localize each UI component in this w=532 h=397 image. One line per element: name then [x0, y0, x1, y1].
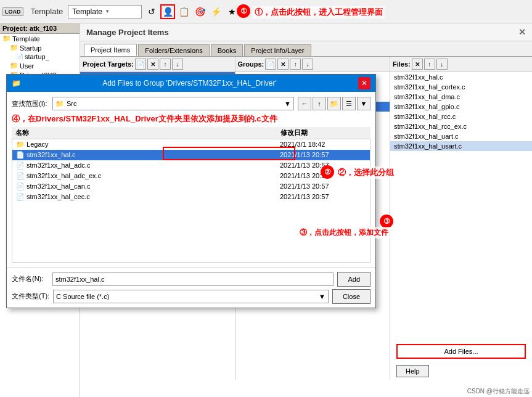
sidebar-item-startup-s[interactable]: 📄 startup_ — [0, 52, 80, 61]
filetype-dropdown[interactable]: C Source file (*.c) ▼ — [53, 290, 329, 303]
files-label: Files: — [393, 60, 411, 68]
view-btn[interactable]: ☰ — [342, 97, 356, 110]
star-icon[interactable]: ★ — [224, 4, 239, 19]
help-btn-area: Help — [390, 362, 532, 380]
add-button[interactable]: Add — [337, 272, 370, 287]
targets-up-btn[interactable]: ↑ — [160, 59, 171, 70]
dialog-titlebar-icon: 📁 — [12, 79, 21, 88]
details-btn[interactable]: ▼ — [357, 97, 370, 110]
file-item-2[interactable]: stm32f1xx_hal_dma.c — [390, 92, 532, 102]
new-folder-btn[interactable]: 📁 — [327, 97, 341, 110]
groups-delete-btn[interactable]: ✕ — [277, 59, 289, 70]
file-row-can[interactable]: 📄 stm32f1xx_hal_can.c 2021/1/13 20:57 — [12, 181, 370, 192]
folder-icon-user: 📁 — [10, 62, 18, 70]
file-icon-adc-ex: 📄 stm32f1xx_hal_adc_ex.c — [16, 172, 280, 180]
up-btn[interactable]: ↑ — [313, 97, 326, 110]
file-item-1[interactable]: stm32f1xx_hal_cortex.c — [390, 82, 532, 92]
manage-title: Manage Project Items — [86, 28, 169, 37]
file-row-adc[interactable]: 📄 stm32f1xx_hal_adc.c 2021/1/13 20:57 — [12, 160, 370, 171]
annotation-text-4: ④，在Drivers/STM32F1xx_HAL_Driver文件夹里依次添加提… — [12, 114, 370, 125]
hal-date: 2021/1/13 20:57 — [280, 151, 366, 158]
copy-icon[interactable]: 📋 — [176, 4, 191, 19]
folder-icon: 📁 — [2, 35, 11, 43]
files-delete-btn[interactable]: ✕ — [412, 59, 423, 70]
sidebar-item-startup[interactable]: 📁 Startup — [0, 43, 80, 52]
close-button[interactable]: Close — [332, 289, 370, 304]
date-col-header: 修改日期 — [280, 128, 367, 137]
targets-delete-btn[interactable]: ✕ — [147, 59, 158, 70]
name-col-header: 名称 — [15, 128, 280, 137]
manage-project-icon[interactable]: 👤 — [160, 4, 175, 19]
sidebar-item-template[interactable]: 📁 Template — [0, 34, 80, 43]
legacy-date: 2021/3/1 18:42 — [280, 141, 366, 148]
groups-down-btn[interactable]: ↓ — [302, 59, 313, 70]
file-row-legacy[interactable]: 📁 Legacy 2021/3/1 18:42 — [12, 139, 370, 150]
targets-new-btn[interactable]: 📄 — [135, 59, 146, 70]
files-up-btn[interactable]: ↑ — [424, 59, 435, 70]
groups-up-btn[interactable]: ↑ — [290, 59, 301, 70]
file-row-hal[interactable]: 📄 stm32f1xx_hal.c 2021/1/13 20:57 — [12, 150, 370, 160]
file-icon-cec: 📄 stm32f1xx_hal_cec.c — [16, 193, 280, 201]
sidebar-label-startup-s: startup_ — [25, 53, 49, 60]
look-in-dropdown[interactable]: 📁 Src ▼ — [52, 97, 294, 110]
file-icon-startup-s: 📄 — [16, 54, 23, 60]
adc-ex-date: 2021/1/13 20:57 — [280, 172, 366, 179]
file-row-adc-ex[interactable]: 📄 stm32f1xx_hal_adc_ex.c 2021/1/13 20:57 — [12, 171, 370, 181]
file-list-header: 名称 修改日期 — [12, 127, 370, 139]
look-in-row: 查找范围(I): 📁 Src ▼ ← ↑ 📁 ☰ ▼ — [12, 97, 370, 110]
file-item-3[interactable]: stm32f1xx_hal_gpio.c — [390, 102, 532, 112]
file-icon-can: 📄 stm32f1xx_hal_can.c — [16, 182, 280, 190]
annotation-text-1: ①，点击此按钮，进入工程管理界面 — [253, 6, 385, 18]
file-item-0[interactable]: stm32f1xx_hal.c — [390, 72, 532, 82]
file-icon-adc: 📄 stm32f1xx_hal_adc.c — [16, 162, 280, 170]
filetype-row: 文件类型(T): C Source file (*.c) ▼ Close — [12, 289, 370, 304]
filename-input[interactable] — [52, 272, 334, 286]
add-files-dialog: 📁 Add Files to Group 'Drivers/STM32F1xx_… — [6, 74, 376, 308]
file-item-6[interactable]: stm32f1xx_hal_uart.c — [390, 131, 532, 141]
file-icon-hal: 📄 stm32f1xx_hal.c — [16, 151, 280, 159]
flash-icon[interactable]: ⚡ — [208, 4, 223, 19]
add-files-btn-area: Add Files... — [390, 340, 532, 362]
filetype-label: 文件类型(T): — [12, 292, 49, 301]
cec-date: 2021/1/13 20:57 — [280, 193, 366, 200]
target-icon[interactable]: 🎯 — [192, 4, 207, 19]
project-dropdown[interactable]: Template ▼ — [68, 5, 142, 18]
targets-label: Project Targets: — [83, 60, 134, 68]
sidebar-label-user: User — [20, 62, 34, 70]
dialog-titlebar: 📁 Add Files to Group 'Drivers/STM32F1xx_… — [7, 75, 375, 92]
refresh-icon[interactable]: ↺ — [144, 4, 159, 19]
file-row-cec[interactable]: 📄 stm32f1xx_hal_cec.c 2021/1/13 20:57 — [12, 192, 370, 202]
files-content: stm32f1xx_hal.c stm32f1xx_hal_cortex.c s… — [390, 72, 532, 340]
filename-label: 文件名(N): — [12, 274, 49, 284]
file-item-4[interactable]: stm32f1xx_hal_rcc.c — [390, 112, 532, 121]
targets-down-btn[interactable]: ↓ — [172, 59, 183, 70]
files-panel: Files: ✕ ↑ ↓ stm32f1xx_hal.c stm32f1xx_h… — [390, 57, 532, 380]
dropdown-arrow-icon: ▼ — [105, 9, 137, 14]
back-btn[interactable]: ← — [298, 97, 311, 110]
help-button[interactable]: Help — [396, 365, 429, 377]
file-list: 📁 Legacy 2021/3/1 18:42 📄 stm32f1xx_hal.… — [12, 139, 370, 263]
tab-books[interactable]: Books — [211, 44, 243, 56]
file-item-7[interactable]: stm32f1xx_hal_usart.c — [390, 141, 532, 151]
groups-header: Groups: 📄 ✕ ↑ ↓ — [235, 57, 390, 72]
tab-folders-ext[interactable]: Folders/Extensions — [138, 44, 210, 56]
dialog-close-button[interactable]: ✕ — [358, 77, 370, 89]
load-icon: LOAD — [2, 7, 23, 16]
add-files-button[interactable]: Add Files... — [396, 344, 526, 359]
tab-project-info[interactable]: Project Info/Layer — [244, 44, 311, 56]
groups-new-btn[interactable]: 📄 — [265, 59, 276, 70]
groups-label: Groups: — [238, 60, 264, 68]
dialog-bottom: 文件名(N): Add 文件类型(T): C Source file (*.c)… — [7, 268, 375, 308]
folder-icon-startup: 📁 — [10, 44, 18, 52]
dialog-nav-buttons: ← ↑ 📁 ☰ ▼ — [298, 97, 370, 110]
manage-close-button[interactable]: ✕ — [518, 27, 526, 37]
tab-project-items[interactable]: Project Items — [84, 44, 137, 56]
filename-row: 文件名(N): Add — [12, 272, 370, 287]
sidebar-item-user[interactable]: 📁 User — [0, 61, 80, 70]
dialog-body: 查找范围(I): 📁 Src ▼ ← ↑ 📁 ☰ ▼ ④，在Drivers/ST… — [7, 92, 375, 268]
toolbar-icons: ↺ 👤 📋 🎯 ⚡ ★ — [144, 4, 239, 19]
sidebar-label-template: Template — [12, 35, 40, 43]
toolbar: LOAD Template Template ▼ ↺ 👤 📋 🎯 ⚡ ★ ① ①… — [0, 0, 532, 23]
file-item-5[interactable]: stm32f1xx_hal_rcc_ex.c — [390, 121, 532, 131]
files-down-btn[interactable]: ↓ — [436, 59, 448, 70]
